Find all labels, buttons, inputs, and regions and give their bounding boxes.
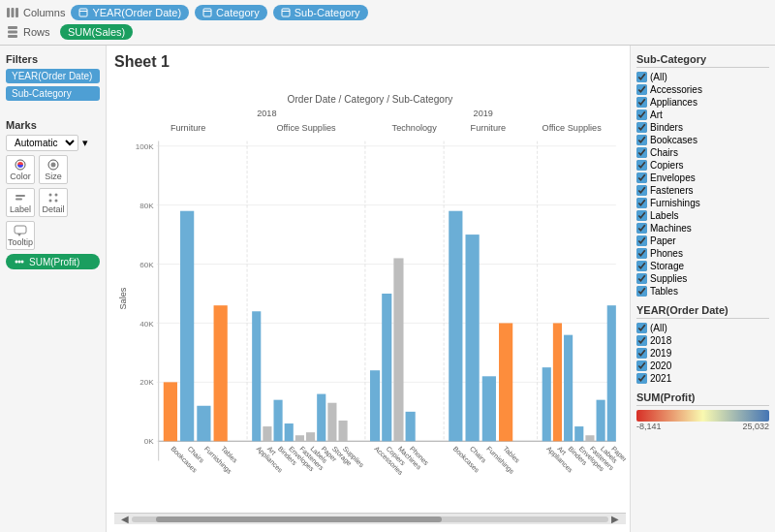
svg-point-24 [18, 261, 21, 264]
bar-fasteners-2018[interactable] [295, 435, 304, 441]
bar-envelopes-2018[interactable] [285, 423, 294, 441]
scrollbar-track[interactable] [132, 516, 608, 522]
toolbar-columns-row: Columns YEAR(Order Date) Category Sub-Ca… [6, 3, 769, 22]
marks-type-select[interactable]: Automatic Bar Line [6, 135, 78, 151]
bar-paper-2019[interactable] [607, 305, 616, 441]
bar-supplies-2018[interactable] [339, 421, 348, 441]
scroll-left-arrow[interactable]: ◀ [118, 514, 132, 524]
bar-furnishings-2019[interactable] [482, 376, 496, 441]
subcategory-envelopes-checkbox[interactable] [636, 172, 647, 183]
subcategory-copiers: Copiers [636, 160, 769, 171]
bar-tables-2019[interactable] [499, 323, 512, 441]
detail-button[interactable]: Detail [39, 188, 68, 217]
svg-text:Office Supplies: Office Supplies [276, 123, 336, 133]
subcategory-binders: Binders [636, 122, 769, 133]
bar-fasteners-2019[interactable] [585, 435, 594, 441]
subcategory-envelopes: Envelopes [636, 172, 769, 183]
bar-appliances-2019[interactable] [542, 367, 551, 441]
size-button[interactable]: Size [39, 155, 68, 184]
bar-chairs-2019[interactable] [465, 235, 479, 441]
subcategory-storage: Storage [636, 261, 769, 271]
year-filter-title: YEAR(Order Date) [636, 304, 769, 319]
svg-text:Furniture: Furniture [170, 123, 206, 133]
svg-text:60K: 60K [140, 261, 154, 269]
bar-bookcases-2019[interactable] [449, 211, 462, 442]
svg-rect-5 [203, 9, 211, 16]
svg-point-19 [49, 200, 52, 203]
bar-labels-2018[interactable] [306, 432, 315, 441]
tooltip-button[interactable]: Tooltip [6, 221, 35, 250]
profit-legend-bar [636, 410, 769, 422]
subcategory-all-checkbox[interactable] [636, 72, 647, 82]
subcategory-bookcases-checkbox[interactable] [636, 135, 647, 145]
filter-year[interactable]: YEAR(Order Date) [6, 69, 100, 83]
marks-title: Marks [6, 119, 100, 131]
sum-sales-pill[interactable]: SUM(Sales) [60, 24, 133, 40]
year-2020-checkbox[interactable] [636, 360, 647, 371]
scroll-right-arrow[interactable]: ▶ [608, 514, 622, 524]
bar-bookcases-2018[interactable] [164, 382, 177, 441]
bar-labels-2019[interactable] [597, 400, 605, 442]
chart-wrapper: Order Date / Category / Sub-Category 201… [114, 75, 626, 513]
color-button[interactable]: Color [6, 155, 35, 184]
subcategory-appliances-checkbox[interactable] [636, 97, 647, 108]
toolbar-rows-row: Rows SUM(Sales) [6, 22, 769, 42]
subcategory-labels-checkbox[interactable] [636, 210, 647, 221]
horizontal-scrollbar[interactable]: ◀ ▶ [114, 513, 626, 524]
bar-phones-2018[interactable] [406, 412, 416, 441]
bar-accessories-2018[interactable] [370, 370, 380, 441]
bar-machines-2018[interactable] [393, 258, 403, 441]
year-2021-checkbox[interactable] [636, 373, 647, 384]
year-all: (All) [636, 323, 769, 333]
bar-binders-2018[interactable] [273, 400, 282, 442]
year-2018-checkbox[interactable] [636, 335, 647, 346]
bar-paper-2018[interactable] [317, 394, 326, 442]
filters-section: Filters YEAR(Order Date) Sub-Category [6, 53, 100, 104]
svg-rect-10 [8, 31, 17, 34]
bar-art-2019[interactable] [553, 323, 562, 441]
svg-point-14 [51, 163, 56, 168]
year-2018: 2018 [636, 335, 769, 346]
columns-label: Columns [6, 6, 65, 19]
subcategory-supplies-checkbox[interactable] [636, 273, 647, 284]
filter-subcategory[interactable]: Sub-Category [6, 86, 100, 101]
subcategory-accessories-checkbox[interactable] [636, 84, 647, 95]
bar-storage-2018[interactable] [327, 403, 336, 442]
sub-category-pill[interactable]: Sub-Category [273, 5, 368, 20]
subcategory-binders-checkbox[interactable] [636, 122, 647, 133]
main-content: Filters YEAR(Order Date) Sub-Category Ma… [0, 46, 775, 532]
subcategory-art: Art [636, 110, 769, 120]
scrollbar-thumb[interactable] [156, 516, 442, 522]
subcategory-storage-checkbox[interactable] [636, 261, 647, 271]
subcategory-chairs-checkbox[interactable] [636, 147, 647, 158]
bar-chairs-2018[interactable] [180, 211, 194, 442]
bar-binders-2019[interactable] [564, 335, 573, 442]
subcategory-machines-checkbox[interactable] [636, 223, 647, 234]
bar-tables-2018[interactable] [214, 305, 228, 441]
subcategory-paper-checkbox[interactable] [636, 235, 647, 246]
bar-envelopes-2019[interactable] [574, 426, 583, 441]
subcategory-fasteners-checkbox[interactable] [636, 185, 647, 196]
subcategory-furnishings-checkbox[interactable] [636, 198, 647, 208]
label-button[interactable]: Label [6, 188, 35, 217]
svg-rect-1 [12, 8, 15, 17]
bar-copiers-2018[interactable] [382, 294, 391, 441]
subcategory-tables-checkbox[interactable] [636, 286, 647, 297]
year-order-date-pill[interactable]: YEAR(Order Date) [71, 5, 189, 20]
subcategory-phones-checkbox[interactable] [636, 248, 647, 259]
category-pill[interactable]: Category [195, 5, 267, 20]
subcategory-art-checkbox[interactable] [636, 110, 647, 120]
year-all-checkbox[interactable] [636, 323, 647, 333]
svg-text:100K: 100K [136, 142, 155, 151]
profit-gradient [636, 410, 769, 422]
svg-point-20 [55, 200, 58, 203]
year-2019-checkbox[interactable] [636, 348, 647, 359]
bar-art-2018[interactable] [263, 426, 271, 441]
subcategory-copiers-checkbox[interactable] [636, 160, 647, 171]
sum-profit-pill[interactable]: SUM(Profit) [6, 254, 100, 269]
year-2019: 2019 [636, 348, 769, 359]
bar-furnishings-2018[interactable] [197, 406, 210, 442]
subcategory-paper: Paper [636, 235, 769, 246]
svg-text:Technology: Technology [392, 123, 438, 133]
bar-appliances-2018[interactable] [252, 311, 261, 441]
